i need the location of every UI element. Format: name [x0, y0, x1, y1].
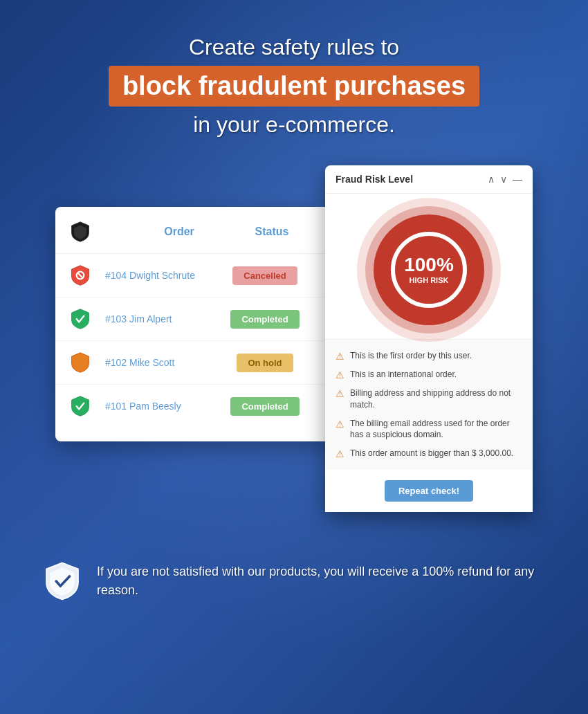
fraud-alerts: ⚠ This is the first order by this user. … — [325, 339, 533, 470]
footer-text: If you are not satisfied with our produc… — [97, 562, 546, 600]
warning-icon: ⚠ — [336, 351, 344, 362]
table-row: #102 Mike Scott On hold — [55, 341, 332, 385]
gauge-container: 100% HIGH RISK — [325, 194, 533, 339]
collapse-down-button[interactable]: ∨ — [500, 174, 507, 185]
status-badge: Cancelled — [232, 266, 297, 285]
alert-item: ⚠ This order amount is bigger than $ 3,0… — [336, 444, 522, 463]
gauge-label: HIGH RISK — [410, 276, 449, 284]
alert-text: The billing email address used for the o… — [350, 418, 522, 441]
fraud-card-controls: ∧ ∨ — — [488, 174, 522, 185]
warning-icon: ⚠ — [336, 448, 344, 459]
repeat-btn-container: Repeat check! — [325, 470, 533, 512]
headline-top: Create safety rules to — [189, 35, 399, 60]
collapse-up-button[interactable]: ∧ — [488, 174, 495, 185]
alert-text: This is the first order by this user. — [350, 350, 472, 362]
headline-bottom: in your e-commerce. — [193, 112, 395, 138]
order-name: #103 Jim Alpert — [105, 313, 212, 324]
headline-highlight: block fraudulent purchases — [109, 66, 479, 107]
cards-container: Order Status #104 Dwight Schrute Cancell… — [0, 165, 588, 512]
status-badge: Completed — [230, 310, 299, 329]
alert-text: This is an international order. — [350, 369, 457, 381]
order-status: On hold — [212, 354, 318, 372]
repeat-check-button[interactable]: Repeat check! — [385, 480, 473, 502]
order-name: #102 Mike Scott — [105, 357, 212, 368]
table-row: #104 Dwight Schrute Cancelled — [55, 254, 332, 298]
gauge-percent: 100% — [404, 255, 454, 275]
fraud-risk-card: Fraud Risk Level ∧ ∨ — 100% HIGH RISK ⚠ … — [325, 165, 533, 512]
fraud-card-header: Fraud Risk Level ∧ ∨ — — [325, 165, 533, 194]
order-status: Cancelled — [212, 266, 318, 285]
alert-text: Billing address and shipping address do … — [350, 387, 522, 411]
col-status-header: Status — [226, 226, 318, 238]
order-status: Completed — [212, 310, 318, 329]
warning-icon: ⚠ — [336, 419, 344, 430]
status-badge: Completed — [230, 397, 299, 416]
risk-gauge: 100% HIGH RISK — [374, 214, 484, 325]
shield-orange-icon — [69, 351, 91, 374]
status-badge: On hold — [237, 354, 293, 372]
gauge-inner: 100% HIGH RISK — [391, 232, 467, 308]
shield-green-icon — [69, 395, 91, 417]
alert-item: ⚠ The billing email address used for the… — [336, 414, 522, 445]
minimize-button[interactable]: — — [513, 174, 522, 185]
orders-header: Order Status — [55, 221, 332, 254]
alert-text: This order amount is bigger than $ 3,000… — [350, 448, 513, 459]
order-name: #104 Dwight Schrute — [105, 270, 212, 281]
shield-red-icon — [69, 264, 91, 286]
alert-item: ⚠ This is the first order by this user. — [336, 347, 522, 365]
fraud-card-title: Fraud Risk Level — [336, 174, 413, 185]
order-status: Completed — [212, 397, 318, 416]
warning-icon: ⚠ — [336, 369, 344, 381]
footer-section: If you are not satisfied with our produc… — [0, 533, 588, 630]
shield-green-icon — [69, 308, 91, 330]
header-shield-icon — [69, 221, 91, 243]
col-order-header: Order — [133, 226, 226, 238]
table-row: #101 Pam Beesly Completed — [55, 385, 332, 428]
orders-card: Order Status #104 Dwight Schrute Cancell… — [55, 207, 332, 441]
main-content: Create safety rules to block fraudulent … — [0, 0, 588, 630]
alert-item: ⚠ Billing address and shipping address d… — [336, 384, 522, 414]
footer-shield-icon — [42, 560, 83, 602]
table-row: #103 Jim Alpert Completed — [55, 298, 332, 341]
order-rows-container: #104 Dwight Schrute Cancelled #103 Jim A… — [55, 254, 332, 428]
order-name: #101 Pam Beesly — [105, 401, 212, 412]
warning-icon: ⚠ — [336, 388, 344, 399]
alert-item: ⚠ This is an international order. — [336, 365, 522, 384]
